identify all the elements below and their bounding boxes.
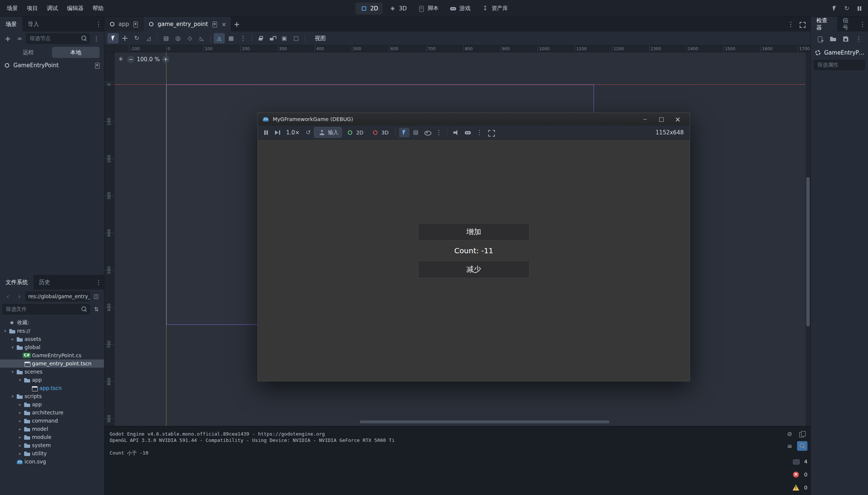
menubar-menu-3[interactable]: 编辑器	[62, 3, 88, 14]
zoom-level[interactable]: 100.0 %	[137, 56, 160, 63]
copy-output-button[interactable]	[797, 429, 807, 439]
minimize-button[interactable]	[637, 113, 653, 126]
expander-icon[interactable]: ▸	[17, 451, 23, 456]
gamepad-button[interactable]	[463, 128, 473, 137]
expander-icon[interactable]: ▾	[2, 329, 8, 333]
eye-button[interactable]	[422, 128, 433, 137]
refresh-button[interactable]	[841, 3, 852, 14]
load-resource-button[interactable]	[827, 34, 839, 44]
canvas-vertical-scrollbar[interactable]	[806, 52, 810, 426]
scene-tree-menu-button[interactable]	[91, 33, 102, 44]
dock-tab-1[interactable]: 历史	[33, 275, 56, 290]
filter-properties-input[interactable]: 筛选属性	[814, 60, 865, 70]
add-node-button[interactable]	[2, 33, 13, 44]
expander-icon[interactable]: ▸	[17, 410, 23, 415]
fs-item-game-entry-point-tscn[interactable]: game_entry_point.tscn	[0, 359, 104, 368]
rulerico-tool-button[interactable]	[196, 33, 207, 43]
unlock-tool-button[interactable]	[267, 33, 278, 43]
dots-tool-button[interactable]	[237, 33, 249, 43]
dock-tab-1[interactable]: 导入	[22, 17, 45, 32]
dots-button[interactable]	[434, 128, 444, 137]
speed-scale-label[interactable]: 1.0×	[284, 129, 302, 136]
scene-tab-app[interactable]: app	[104, 17, 143, 32]
wrap-lines-button[interactable]	[784, 441, 795, 451]
workspace-script[interactable]: 脚本	[413, 3, 443, 14]
close-tab-icon[interactable]: ×	[221, 21, 227, 28]
fs-item-row-0[interactable]: 收藏:	[0, 319, 104, 327]
file-sort-button[interactable]	[91, 304, 102, 315]
scrollbar-thumb[interactable]	[360, 420, 609, 423]
filter-nodes-input[interactable]: 筛选节点	[26, 33, 90, 44]
cursor-button[interactable]	[829, 3, 840, 14]
messages-badge[interactable]: 4	[792, 457, 807, 466]
fs-item-architecture[interactable]: ▸architecture	[0, 408, 104, 417]
fs-item-system[interactable]: ▸system	[0, 441, 104, 449]
select-tool-button[interactable]	[107, 33, 119, 43]
ungroup-tool-button[interactable]	[291, 33, 302, 43]
expander-icon[interactable]: ▾	[17, 378, 23, 382]
listsel-button[interactable]	[411, 128, 421, 137]
fs-item-model[interactable]: ▸model	[0, 425, 104, 433]
canvas-horizontal-scrollbar[interactable]	[114, 420, 806, 424]
listsel-tool-button[interactable]	[161, 33, 172, 43]
move-tool-button[interactable]	[119, 33, 130, 43]
scale-tool-button[interactable]	[143, 33, 154, 43]
decrease-button[interactable]: 减少	[418, 261, 529, 278]
expander-icon[interactable]: ▸	[17, 443, 23, 448]
fs-item-scenes[interactable]: ▾scenes	[0, 368, 104, 376]
nextframe-button[interactable]	[272, 128, 283, 137]
dock-tab-0[interactable]: 检查器	[811, 17, 837, 32]
gridsnap-tool-button[interactable]	[226, 33, 237, 43]
expander-icon[interactable]: ▸	[10, 337, 16, 342]
increase-button[interactable]: 增加	[418, 223, 529, 241]
workspace-game[interactable]: 游戏	[445, 3, 475, 14]
dock-tab-0[interactable]: 场景	[0, 17, 22, 32]
pause-button[interactable]	[854, 3, 865, 14]
fs-item-command[interactable]: ▸command	[0, 417, 104, 425]
camera-2d-toggle-button[interactable]: 2D	[343, 127, 367, 137]
expander-icon[interactable]: ▸	[17, 402, 23, 407]
new-scene-tab-button[interactable]	[231, 19, 242, 29]
current-path[interactable]: res://global/game_entry_p	[25, 291, 90, 302]
distraction-free-button[interactable]	[796, 19, 807, 29]
pivot-tool-button[interactable]	[172, 33, 184, 43]
expander-icon[interactable]: ▾	[10, 394, 16, 399]
scene-tree-root-node[interactable]: GameEntryPoint	[0, 60, 104, 71]
fs-item-utility[interactable]: ▸utility	[0, 449, 104, 457]
scene-tabs-menu-button[interactable]	[785, 19, 796, 29]
instance-scene-button[interactable]	[14, 33, 25, 44]
menubar-menu-4[interactable]: 帮助	[88, 3, 108, 14]
camera-3d-toggle-button[interactable]: 3D	[368, 127, 392, 137]
fs-item-res[interactable]: ▾res://	[0, 327, 104, 335]
close-button[interactable]	[670, 113, 686, 126]
fs-item-gameentrypoint-cs[interactable]: GameEntryPoint.cs	[0, 351, 104, 359]
expander-icon[interactable]: ▸	[17, 419, 23, 423]
lock-tool-button[interactable]	[255, 33, 266, 43]
filesystem-menu-icon[interactable]	[94, 278, 103, 286]
fs-item-app[interactable]: ▾app	[0, 376, 104, 384]
filter-files-input[interactable]: 筛选文件	[2, 304, 90, 315]
scrollbar-thumb[interactable]	[806, 177, 810, 326]
zoom-out-button[interactable]: −	[127, 56, 135, 63]
new-resource-button[interactable]	[814, 34, 826, 44]
fs-button[interactable]	[486, 128, 496, 137]
fs-item-app-tscn[interactable]: app.tscn	[0, 384, 104, 392]
fs-item-scripts[interactable]: ▾scripts	[0, 392, 104, 400]
expander-icon[interactable]: ▸	[17, 427, 23, 432]
cursor-button[interactable]	[399, 128, 409, 137]
zoom-in-button[interactable]: +	[162, 56, 169, 63]
dock-tab-0[interactable]: 文件系统	[0, 275, 33, 290]
inspector-menu-icon[interactable]	[858, 20, 867, 28]
fs-item-global[interactable]: ▾global	[0, 343, 104, 351]
local-tab[interactable]: 本地	[52, 47, 100, 58]
expander-icon[interactable]: ▾	[10, 345, 16, 350]
fs-item-assets[interactable]: ▸assets	[0, 335, 104, 343]
errors-badge[interactable]: 0	[792, 470, 807, 479]
group-tool-button[interactable]	[279, 33, 290, 43]
game-window-titlebar[interactable]: MyGFrameworkGame (DEBUG)	[258, 113, 690, 126]
save-resource-button[interactable]	[840, 34, 851, 44]
remote-tab[interactable]: 远程	[4, 47, 52, 58]
view-menu[interactable]: 视图	[311, 33, 330, 43]
toggle-split-mode-button[interactable]	[91, 291, 102, 302]
input-toggle-button[interactable]: 输入	[314, 127, 341, 137]
